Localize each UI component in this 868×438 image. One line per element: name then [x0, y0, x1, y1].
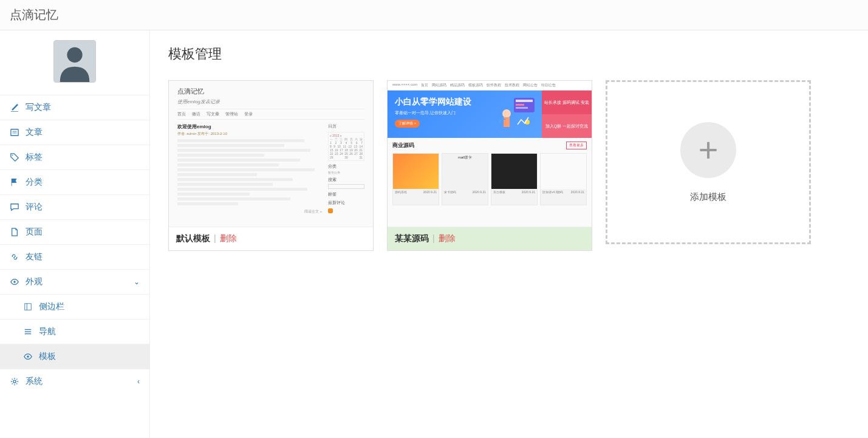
delete-button[interactable]: 删除 — [439, 233, 456, 243]
comment-icon — [10, 203, 19, 211]
subnav-navigation[interactable]: 导航 — [0, 320, 149, 344]
nav-write-label: 写文章 — [26, 102, 51, 113]
app-title[interactable]: 点滴记忆 — [10, 7, 58, 23]
chevron-down-icon: ⌄ — [134, 278, 140, 286]
template-name: 某某源码 — [395, 233, 429, 243]
nav-links-label: 友链 — [26, 252, 43, 262]
template-card[interactable]: 点滴记忆 使用emlog发表记录 首页微语写文章管理站登录 欢迎使用emlog … — [168, 80, 374, 251]
sidebar: 写文章 文章 标签 分类 评论 页面 友链 外观⌄ 侧边栏 导航 模板 系统‹ — [0, 30, 150, 438]
template-thumb: 点滴记忆 使用emlog发表记录 首页微语写文章管理站登录 欢迎使用emlog … — [169, 81, 373, 227]
nav-tags-label: 标签 — [26, 152, 43, 163]
nav-tags[interactable]: 标签 — [0, 145, 149, 169]
svg-rect-17 — [516, 107, 528, 109]
delete-button[interactable]: 删除 — [220, 233, 237, 243]
nav: 写文章 文章 标签 分类 评论 页面 友链 外观⌄ 侧边栏 导航 模板 系统‹ — [0, 95, 149, 394]
svg-rect-16 — [516, 104, 524, 106]
nav-categories-label: 分类 — [26, 177, 43, 188]
subnav-navigation-label: 导航 — [39, 326, 56, 337]
subnav-sidebar-label: 侧边栏 — [39, 301, 64, 312]
nav-comments-label: 评论 — [26, 202, 43, 213]
edit-icon — [10, 103, 19, 112]
nav-categories[interactable]: 分类 — [0, 170, 149, 194]
nav-appearance[interactable]: 外观⌄ — [0, 270, 149, 294]
nav-system-label: 系统 — [26, 376, 43, 387]
columns-icon — [23, 303, 33, 311]
subnav-appearance: 侧边栏 导航 模板 — [0, 294, 149, 369]
add-template-card[interactable]: + 添加模板 — [606, 80, 811, 244]
svg-point-12 — [27, 355, 29, 358]
subnav-template[interactable]: 模板 — [0, 344, 149, 369]
chevron-left-icon: ‹ — [137, 377, 140, 386]
nav-pages-label: 页面 — [26, 227, 43, 238]
nav-appearance-label: 外观 — [26, 276, 43, 287]
flag-icon — [10, 178, 19, 186]
link-icon — [10, 253, 19, 261]
svg-point-6 — [13, 281, 16, 283]
svg-point-1 — [67, 47, 82, 63]
page-icon — [10, 228, 19, 236]
plus-icon: + — [680, 122, 736, 178]
nav-posts[interactable]: 文章 — [0, 120, 149, 145]
nav-posts-label: 文章 — [26, 127, 43, 138]
svg-rect-2 — [11, 129, 18, 136]
svg-rect-7 — [25, 304, 32, 310]
add-template-label: 添加模板 — [690, 191, 726, 203]
svg-rect-15 — [516, 100, 533, 102]
template-name: 默认模板 — [176, 233, 210, 243]
topbar: 点滴记忆 — [0, 0, 868, 30]
svg-point-13 — [13, 380, 16, 383]
template-footer: 默认模板|删除 — [169, 227, 373, 250]
main-content: 模板管理 点滴记忆 使用emlog发表记录 首页微语写文章管理站登录 欢迎使用e… — [150, 30, 868, 438]
list-icon — [10, 128, 19, 137]
subnav-sidebar[interactable]: 侧边栏 — [0, 295, 149, 319]
subnav-template-label: 模板 — [39, 351, 56, 362]
template-cards: 点滴记忆 使用emlog发表记录 首页微语写文章管理站登录 欢迎使用emlog … — [168, 80, 850, 251]
gear-icon — [10, 377, 19, 386]
eye-icon — [23, 352, 33, 361]
template-card[interactable]: www.××××.com首页网站源码精品源码模板源码软件教程技术教程网站公告特别… — [387, 80, 592, 251]
menu-icon — [23, 327, 33, 336]
svg-point-18 — [502, 109, 511, 118]
svg-point-5 — [12, 155, 13, 156]
nav-write[interactable]: 写文章 — [0, 95, 149, 120]
eye-icon — [10, 278, 19, 286]
tag-icon — [10, 153, 19, 162]
avatar[interactable] — [53, 40, 96, 83]
nav-pages[interactable]: 页面 — [0, 220, 149, 244]
nav-links[interactable]: 友链 — [0, 245, 149, 269]
template-thumb: www.××××.com首页网站源码精品源码模板源码软件教程技术教程网站公告特别… — [388, 81, 592, 227]
template-footer: 某某源码|删除 — [388, 227, 592, 250]
nav-system[interactable]: 系统‹ — [0, 369, 149, 394]
nav-comments[interactable]: 评论 — [0, 195, 149, 219]
avatar-wrap — [0, 30, 149, 95]
page-title: 模板管理 — [168, 45, 850, 63]
